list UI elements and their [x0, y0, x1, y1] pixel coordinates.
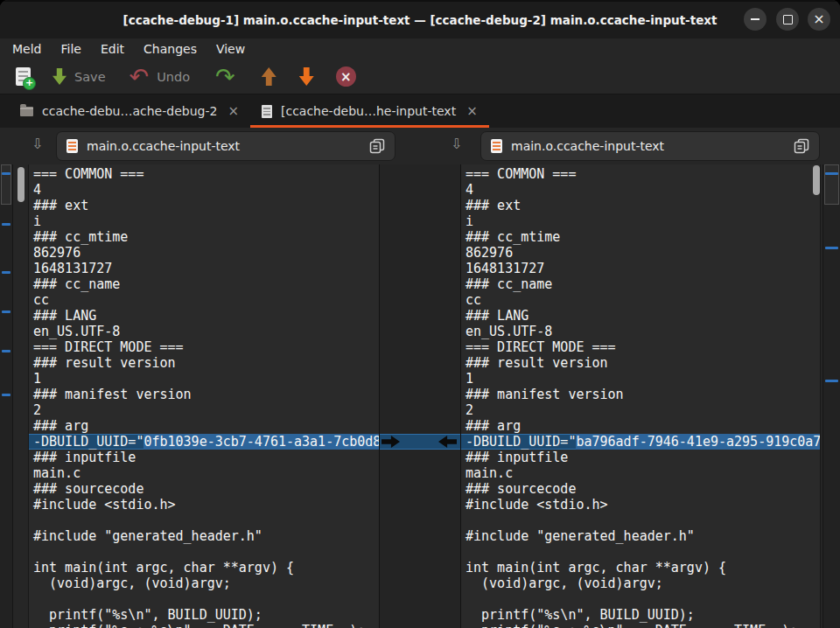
diff-line: -DBUILD_UUID="0fb1039e-3cb7-4761-a3a1-7c…	[29, 434, 379, 450]
chunk-mark[interactable]	[2, 394, 10, 396]
minimize-button[interactable]	[744, 8, 766, 31]
code-line: i	[33, 213, 379, 229]
maximize-button[interactable]	[776, 8, 799, 31]
left-filename: main.o.ccache-input-text	[87, 139, 360, 153]
toolbar: + Save ↶ Undo ↷ ×	[0, 59, 840, 94]
code-line: printf("%s\n", BUILD_UUID);	[466, 607, 820, 623]
copy-icon[interactable]	[794, 138, 809, 154]
menu-meld[interactable]: Meld	[3, 40, 51, 58]
right-viewport-indicator[interactable]	[824, 164, 839, 205]
next-change-button[interactable]	[299, 67, 314, 86]
code-line: ### inputfile	[466, 450, 820, 465]
copy-icon[interactable]	[369, 138, 385, 154]
code-line: === COMMON ===	[466, 166, 820, 182]
code-line: cc	[466, 292, 820, 308]
right-file-button[interactable]: main.o.ccache-input-text	[480, 131, 820, 161]
right-overview-strip[interactable]	[822, 164, 840, 628]
link-gutter	[379, 164, 461, 628]
file-header-row: ⇩ main.o.ccache-input-text ⇩ main.o.ccac…	[0, 128, 840, 165]
chunk-mark[interactable]	[2, 311, 10, 313]
right-editor-pane[interactable]: === COMMON ===4### exti### cc_mtime86297…	[461, 164, 821, 628]
code-line: ### cc_name	[466, 276, 820, 292]
code-line: 1648131727	[33, 261, 379, 276]
code-line: main.c	[33, 465, 379, 481]
tab-file-comparison[interactable]: [ccache-debu…he-input-text ×	[250, 94, 489, 128]
arrow-up-icon	[262, 67, 276, 86]
code-line: int main(int argc, char **argv) {	[466, 560, 820, 576]
code-line: ### arg	[466, 418, 820, 434]
chunk-mark[interactable]	[825, 380, 838, 382]
diff-line: -DBUILD_UUID="ba796adf-7946-41e9-a295-91…	[461, 434, 820, 450]
code-line: ### manifest version	[33, 387, 379, 402]
diff-changed-text: 0fb1039e-3cb7-4761-a3a1-7cb0d81	[144, 434, 379, 450]
stop-button[interactable]: ×	[336, 66, 356, 87]
save-label: Save	[74, 70, 106, 84]
save-file-icon[interactable]: ⇩	[451, 136, 462, 152]
code-line: ### cc_name	[33, 276, 379, 292]
menu-file[interactable]: File	[51, 40, 90, 58]
chunk-mark[interactable]	[825, 172, 838, 175]
menubar: Meld File Edit Changes View	[0, 38, 840, 59]
save-file-icon[interactable]: ⇩	[32, 136, 43, 152]
tab-close-icon[interactable]: ×	[228, 103, 239, 119]
file-icon	[491, 139, 502, 153]
code-line: 4	[466, 182, 820, 198]
code-line	[466, 513, 820, 528]
diff-changed-text: ba796adf-7946-41e9-a295-919c0a7	[576, 434, 821, 450]
chunk-mark[interactable]	[2, 223, 10, 226]
chunk-mark[interactable]	[2, 350, 10, 352]
tab-folder-comparison[interactable]: ccache-debu…ache-debug-2 ×	[9, 94, 250, 128]
chunk-mark[interactable]	[2, 271, 10, 274]
code-line	[33, 544, 379, 560]
code-line: === DIRECT MODE ===	[33, 339, 379, 355]
save-button[interactable]: Save	[52, 68, 106, 85]
chunk-mark[interactable]	[2, 172, 10, 175]
menu-changes[interactable]: Changes	[134, 40, 206, 58]
code-line: ### result version	[33, 355, 379, 371]
code-line: ### cc_mtime	[33, 229, 379, 245]
code-line: ### cc_mtime	[466, 229, 820, 245]
new-comparison-icon: +	[16, 67, 31, 86]
tab-label: [ccache-debu…he-input-text	[281, 104, 456, 118]
stop-icon: ×	[340, 69, 352, 85]
code-line: ### result version	[466, 355, 820, 371]
code-line: 1648131727	[466, 261, 820, 276]
code-line	[33, 591, 379, 607]
undo-button[interactable]: ↶ Undo	[130, 69, 191, 85]
diff-prefix: -DBUILD_UUID="	[33, 434, 144, 450]
code-line: printf("%s : %s\n", __DATE__, __TIME__);	[33, 623, 379, 628]
redo-icon: ↷	[215, 69, 235, 85]
left-file-button[interactable]: main.o.ccache-input-text	[56, 131, 396, 161]
code-line: #include <stdio.h>	[33, 497, 379, 513]
menu-view[interactable]: View	[206, 40, 255, 58]
right-scrollbar[interactable]	[813, 165, 820, 195]
save-icon	[52, 68, 66, 85]
maximize-icon	[783, 15, 793, 24]
redo-button[interactable]: ↷	[215, 69, 235, 85]
titlebar[interactable]: [ccache-debug-1] main.o.ccache-input-tex…	[0, 0, 840, 38]
new-comparison-button[interactable]: +	[16, 67, 31, 86]
code-line: ### LANG	[466, 308, 820, 324]
chunk-mark[interactable]	[825, 247, 838, 249]
tab-close-icon[interactable]: ×	[466, 103, 478, 119]
code-line: #include "generated_header.h"	[33, 528, 379, 544]
left-editor-pane[interactable]: === COMMON ===4### exti### cc_mtime86297…	[28, 164, 379, 628]
code-line: main.c	[466, 465, 820, 481]
code-line: ### LANG	[33, 308, 379, 324]
previous-change-button[interactable]	[262, 67, 276, 86]
code-line: en_US.UTF-8	[33, 324, 379, 339]
code-line: 2	[466, 402, 820, 418]
code-line: ### sourcecode	[466, 481, 820, 497]
code-line: en_US.UTF-8	[466, 324, 820, 339]
file-icon	[66, 139, 78, 153]
left-scrollbar[interactable]	[18, 167, 24, 202]
window-title: [ccache-debug-1] main.o.ccache-input-tex…	[0, 0, 840, 40]
close-button[interactable]: ×	[808, 8, 830, 31]
left-overview-strip[interactable]	[0, 164, 13, 628]
left-viewport-indicator[interactable]	[1, 164, 11, 205]
right-filename: main.o.ccache-input-text	[511, 139, 785, 153]
code-line: === COMMON ===	[33, 166, 379, 182]
right-code: === COMMON ===4### exti### cc_mtime86297…	[461, 164, 820, 628]
menu-edit[interactable]: Edit	[91, 40, 134, 58]
code-line: ### manifest version	[466, 387, 820, 402]
